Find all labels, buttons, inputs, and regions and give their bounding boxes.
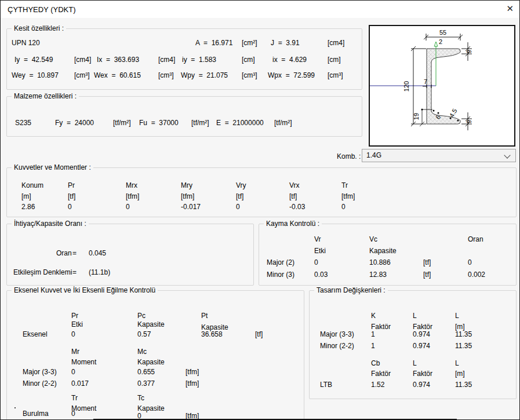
unit: [tf/m²] (113, 119, 131, 127)
dialog-window: ÇYTHYEDY (YDKT) ✕ Kesit özellikleri : UP… (0, 0, 520, 420)
unit: [cm4] (328, 39, 344, 48)
komb-label: Komb. : (337, 152, 361, 161)
cell-value: 0.03 (314, 271, 328, 279)
prop-Ix: Ix = 363.693 (97, 56, 139, 64)
dim-flange-width: 55 (439, 29, 446, 36)
dim-19: 19 (413, 113, 420, 120)
stray-dot (14, 407, 16, 408)
unit: [cm³] (328, 71, 343, 80)
col-subheader: Etki (71, 320, 83, 329)
unit: [tfm] (186, 368, 199, 377)
row-label: Major (3-3) (320, 330, 354, 339)
dim-flange-thickness-top: 9 (466, 50, 472, 53)
demand-capacity-legend: İhtiyaç/Kapasite Oranı : (12, 220, 89, 228)
cell-value: 0.974 (413, 381, 430, 389)
col-unit: [tfm] (126, 192, 139, 201)
cell-value: 11.35 (455, 381, 472, 389)
col-header: Pr (71, 312, 78, 320)
demand-capacity-group: İhtiyaç/Kapasite Oranı : Oran = 0.045 Et… (6, 224, 254, 286)
col-subheader: Faktör (371, 370, 391, 378)
cell-value: 0.974 (413, 330, 430, 339)
unit: [cm³] (74, 71, 90, 80)
section-properties-group: Kesit özellikleri : UPN 120 A = 16.971 [… (6, 28, 362, 90)
col-header: Pt (201, 312, 208, 320)
unit: [cm³] (158, 71, 174, 80)
cell-value: 0 (236, 203, 240, 211)
prop-Wex: Wex = 60.615 (94, 71, 141, 80)
row-label: Major (2) (267, 258, 294, 267)
forces-moments-legend: Kuvvetler ve Momentler : (12, 163, 93, 172)
section-sketch: 2 55 120 9 (369, 25, 515, 147)
cell-value: 0.017 (71, 379, 89, 388)
cell-value: 2.86 (21, 203, 35, 211)
ratio-value: 0.045 (89, 249, 106, 258)
unit: [tf/m²] (191, 119, 209, 127)
row-label: LTB (320, 381, 332, 389)
design-variables-legend: Tasarım Değişkenleri : (314, 286, 388, 295)
col-subheader: Kapasite (137, 358, 165, 367)
cell-value: 0 (71, 368, 75, 377)
komb-combobox[interactable]: 1.4G (362, 149, 516, 162)
dim-flange-thickness-bottom: 9 (466, 120, 472, 123)
prop-Iy: Iy = 42.549 (14, 56, 53, 64)
row-label: Minor (3) (267, 271, 294, 279)
cell-value: 0 (468, 258, 472, 267)
axis-2-label: 2 (439, 38, 442, 45)
equals-sign: = (72, 268, 77, 277)
col-header: L (413, 312, 417, 320)
unit: [cm] (328, 56, 341, 64)
col-subheader: Moment (71, 358, 96, 367)
axial-bending-legend: Eksenel Kuvvet ve İki Eksenli Eğilme Kon… (12, 286, 158, 295)
dim-point (438, 112, 439, 114)
title-bar[interactable]: ÇYTHYEDY (YDKT) ✕ (1, 1, 519, 18)
cell-value: 12.83 (369, 271, 387, 279)
col-unit: [tfm] (181, 192, 194, 201)
material-properties-group: Malzeme özellikleri : S235 Fy = 24000 [t… (6, 96, 362, 137)
col-subheader: Kapasite (137, 320, 165, 329)
cell-value: 11.35 (455, 342, 472, 350)
cell-value: 0 (68, 203, 72, 211)
row-label: Eksenel (23, 330, 48, 339)
cell-value: 0.57 (137, 330, 151, 339)
profile-name: UPN 120 (12, 39, 40, 48)
row-label: Burulma (23, 410, 49, 418)
dim-point (433, 110, 435, 112)
prop-J: J = 3.91 (271, 39, 300, 48)
close-icon[interactable]: ✕ (506, 3, 514, 14)
cell-value: 0.377 (137, 379, 155, 388)
col-header: Vry (236, 181, 246, 190)
cell-value: -0.03 (289, 203, 305, 211)
col-header: Vr (314, 235, 321, 244)
row-label: Major (3-3) (23, 368, 57, 377)
unit: [cm²] (242, 39, 257, 48)
prop-Wpy: Wpy = 21.075 (181, 71, 228, 80)
col-unit: [tfm] (341, 192, 355, 201)
cell-value: 0 (314, 258, 318, 267)
prop-A: A = 16.971 (195, 39, 232, 48)
axial-bending-check-group: Eksenel Kuvvet ve İki Eksenli Eğilme Kon… (6, 290, 304, 420)
prop-E: E = 21000000 (216, 119, 264, 127)
equals-sign: = (72, 249, 77, 258)
ratio-label: Oran (56, 249, 72, 258)
section-sketch-svg: 2 55 120 9 (370, 26, 514, 145)
unit: [tfm] (186, 379, 199, 388)
col-header: L (413, 359, 417, 368)
col-header: Vc (369, 235, 377, 244)
col-unit: [tf] (236, 192, 243, 201)
shear-check-group: Kayma Kontrolü : Vr Vc Oran Etki Kapasit… (259, 224, 517, 286)
unit: [tf] (423, 258, 431, 267)
col-header: L (455, 359, 459, 368)
unit: [cm4] (158, 56, 175, 64)
dim-point (421, 109, 423, 111)
col-header: Oran (468, 235, 483, 244)
cell-value: 0 (341, 203, 346, 211)
col-header: Mc (137, 348, 147, 356)
cell-value: 0 (126, 203, 130, 211)
col-header: Tr (71, 394, 78, 403)
cell-value: 0.655 (137, 368, 155, 377)
col-header: L (455, 312, 459, 320)
col-header: K (371, 312, 376, 320)
col-subheader: Kapasite (137, 404, 165, 413)
cell-value: 36.658 (201, 330, 223, 339)
cell-value: 1 (371, 342, 375, 350)
